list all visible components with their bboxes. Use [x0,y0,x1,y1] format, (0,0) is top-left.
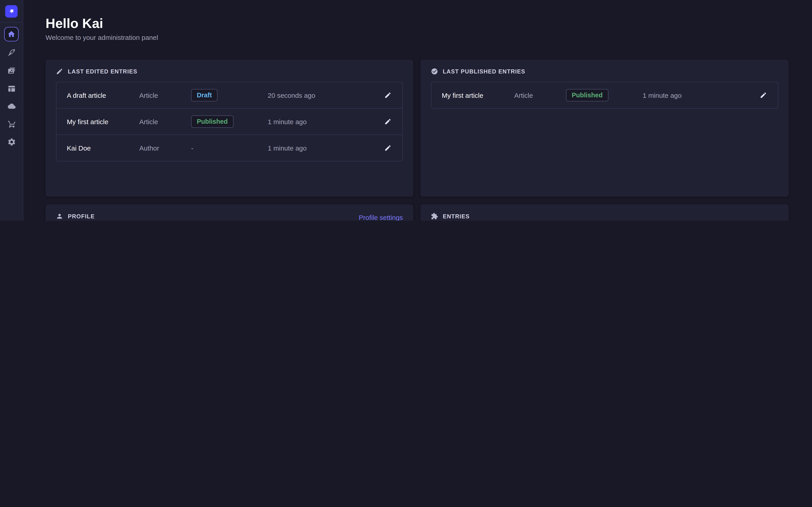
pencil-icon [384,145,392,152]
last-published-header: LAST PUBLISHED ENTRIES [431,68,778,75]
edit-entry-button[interactable] [382,116,394,127]
pencil-icon [760,92,767,99]
last-edited-entries-card: LAST EDITED ENTRIES A draft article Arti… [46,59,413,196]
edit-entry-button[interactable] [382,90,394,101]
table-row[interactable]: Kai Doe Author - 1 minute ago [56,134,402,161]
profile-settings-link[interactable]: Profile settings [359,214,403,221]
entry-type: Article [139,91,191,99]
entry-type: Article [514,91,566,99]
last-published-entries-card: LAST PUBLISHED ENTRIES My first article … [420,59,789,196]
pencil-icon [56,68,63,75]
entry-name: Kai Doe [67,144,139,152]
strapi-admin-dashboard: KD Hello Kai Welcome to your administrat… [0,0,812,221]
entry-time: 1 minute ago [268,118,373,125]
check-circle-icon [431,68,438,75]
pencil-icon [384,92,392,99]
profile-header: PROFILE [56,213,403,220]
sidebar-item-content-type-builder[interactable] [7,84,16,93]
entry-time: 1 minute ago [643,91,749,99]
cloud-icon [7,102,16,110]
sidebar-item-cloud[interactable] [7,101,16,111]
status-empty: - [191,145,193,152]
sidebar-item-marketplace[interactable] [7,119,16,128]
entry-name: My first article [67,118,139,125]
sidebar: KD [0,0,23,221]
puzzle-icon [431,213,438,220]
entries-card: ENTRIES 3 entries Draft Published [420,205,789,221]
sidebar-item-content-manager[interactable] [7,48,16,57]
table-row[interactable]: My first article Article Published 1 min… [56,108,402,134]
feather-icon [7,48,16,57]
card-title: LAST PUBLISHED ENTRIES [443,68,525,74]
card-title: PROFILE [68,213,95,220]
card-title: ENTRIES [443,213,470,220]
status-badge: Published [191,115,234,128]
gear-icon [7,137,16,146]
images-icon [7,66,16,75]
strapi-logo[interactable] [5,5,17,17]
page-subtitle: Welcome to your administration panel [46,34,158,41]
page-title: Hello Kai [46,15,103,32]
last-edited-table: A draft article Article Draft 20 seconds… [56,82,403,162]
table-row[interactable]: A draft article Article Draft 20 seconds… [56,82,402,108]
strapi-logo-icon [7,7,15,15]
profile-card: PROFILE Profile settings KD Kai Doe kai.… [46,205,413,221]
sidebar-divider [0,22,23,23]
sidebar-item-settings[interactable] [7,137,16,146]
sidebar-item-home[interactable] [4,27,18,41]
entry-type: Author [139,144,191,152]
card-title: LAST EDITED ENTRIES [68,68,137,74]
entry-time: 20 seconds ago [268,91,373,99]
layout-icon [7,84,16,93]
sidebar-item-media-library[interactable] [7,66,16,75]
table-row[interactable]: My first article Article Published 1 min… [431,82,778,108]
status-badge: Draft [191,89,217,101]
pencil-icon [384,118,392,125]
entry-type: Article [139,118,191,125]
entry-name: My first article [442,91,514,99]
edit-entry-button[interactable] [382,142,394,154]
cart-icon [7,119,16,128]
entries-header: ENTRIES [431,213,778,220]
edit-entry-button[interactable] [758,90,769,101]
entry-time: 1 minute ago [268,144,373,152]
last-edited-header: LAST EDITED ENTRIES [56,68,403,75]
home-icon [7,30,15,38]
user-icon [56,213,63,220]
entry-name: A draft article [67,91,139,99]
status-badge: Published [566,89,608,101]
last-published-table: My first article Article Published 1 min… [431,82,778,109]
